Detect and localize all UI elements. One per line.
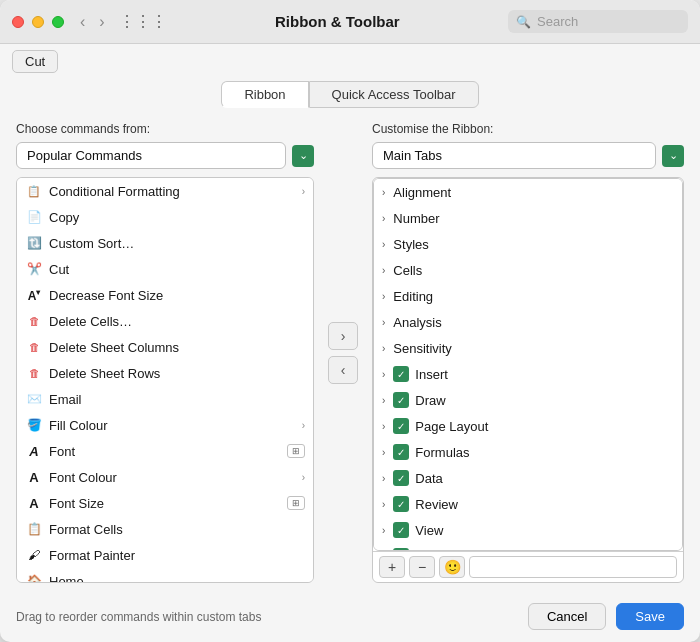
item-label-12: Font Size: [49, 496, 281, 511]
list-item[interactable]: ✉️ Email: [17, 386, 313, 412]
item-icon-3: ✂️: [25, 260, 43, 278]
item-icon-5: 🗑: [25, 312, 43, 330]
checkbox-checked-icon: ✓: [393, 392, 409, 408]
right-list-item[interactable]: › Analysis: [374, 309, 682, 335]
item-icon-13: 📋: [25, 520, 43, 538]
right-list-item[interactable]: › Styles: [374, 231, 682, 257]
submenu-arrow-icon: ›: [302, 472, 305, 483]
back-button[interactable]: ‹: [76, 11, 89, 33]
right-list-item[interactable]: › Alignment: [374, 179, 682, 205]
list-item[interactable]: 📋 Conditional Formatting ›: [17, 178, 313, 204]
right-list-panel: › Alignment › Number › Styles › Cells › …: [373, 178, 683, 551]
chevron-icon: ›: [382, 239, 385, 250]
right-list-container: › Alignment › Number › Styles › Cells › …: [372, 177, 684, 583]
right-list-item[interactable]: › ✓ Data: [374, 465, 682, 491]
expand-icon: ⊞: [287, 444, 305, 458]
left-list-panel: 📋 Conditional Formatting › 📄 Copy 🔃 Cust…: [16, 177, 314, 583]
item-label-14: Format Painter: [49, 548, 305, 563]
left-dropdown-arrow[interactable]: ⌄: [292, 145, 314, 167]
list-item[interactable]: 📄 Copy: [17, 204, 313, 230]
list-item[interactable]: 🗑 Delete Cells…: [17, 308, 313, 334]
list-item[interactable]: ✂️ Cut: [17, 256, 313, 282]
left-dropdown[interactable]: Popular Commands: [16, 142, 286, 169]
item-label-0: Conditional Formatting: [49, 184, 296, 199]
item-icon-2: 🔃: [25, 234, 43, 252]
list-item[interactable]: A Font Size ⊞: [17, 490, 313, 516]
footer: Drag to reorder commands within custom t…: [0, 597, 700, 642]
list-item[interactable]: 🗑 Delete Sheet Columns: [17, 334, 313, 360]
list-item[interactable]: 🗑 Delete Sheet Rows: [17, 360, 313, 386]
list-item[interactable]: 📋 Format Cells: [17, 516, 313, 542]
item-icon-9: 🪣: [25, 416, 43, 434]
list-item[interactable]: A Font Colour ›: [17, 464, 313, 490]
right-item-label: Data: [415, 471, 442, 486]
list-item[interactable]: 🖌 Format Painter: [17, 542, 313, 568]
right-list-item[interactable]: › ✓ Insert: [374, 361, 682, 387]
item-icon-6: 🗑: [25, 338, 43, 356]
right-list-item[interactable]: › ✓ Draw: [374, 387, 682, 413]
cancel-button[interactable]: Cancel: [528, 603, 606, 630]
chevron-icon: ›: [382, 213, 385, 224]
submenu-arrow-icon: ›: [302, 420, 305, 431]
right-list-item[interactable]: › ✓ Developer: [374, 543, 682, 551]
item-label-3: Cut: [49, 262, 305, 277]
window-title: Ribbon & Toolbar: [167, 13, 508, 30]
right-list-item[interactable]: › Sensitivity: [374, 335, 682, 361]
remove-from-ribbon-button[interactable]: ‹: [328, 356, 358, 384]
nav-buttons: ‹ ›: [76, 11, 109, 33]
right-dropdown-arrow[interactable]: ⌄: [662, 145, 684, 167]
right-list-item[interactable]: › Cells: [374, 257, 682, 283]
checkbox-checked-icon: ✓: [393, 496, 409, 512]
right-item-label: Sensitivity: [393, 341, 452, 356]
maximize-button[interactable]: [52, 16, 64, 28]
cut-button[interactable]: Cut: [12, 50, 58, 73]
right-list-item[interactable]: › Number: [374, 205, 682, 231]
save-button[interactable]: Save: [616, 603, 684, 630]
right-panel-label: Customise the Ribbon:: [372, 122, 684, 136]
emoji-button[interactable]: 🙂: [439, 556, 465, 578]
right-item-label: Alignment: [393, 185, 451, 200]
right-dropdown[interactable]: Main Tabs: [372, 142, 656, 169]
right-item-label: Styles: [393, 237, 428, 252]
list-item[interactable]: 🪣 Fill Colour ›: [17, 412, 313, 438]
right-list-item[interactable]: › ✓ Page Layout: [374, 413, 682, 439]
submenu-arrow-icon: ›: [302, 186, 305, 197]
item-label-9: Fill Colour: [49, 418, 296, 433]
item-label-15: Home…: [49, 574, 305, 584]
left-panel-label: Choose commands from:: [16, 122, 314, 136]
checkbox-checked-icon: ✓: [393, 444, 409, 460]
right-list-item[interactable]: › ✓ View: [374, 517, 682, 543]
right-list-item[interactable]: › ✓ Formulas: [374, 439, 682, 465]
right-list-item[interactable]: › ✓ Review: [374, 491, 682, 517]
close-button[interactable]: [12, 16, 24, 28]
tab-quick-access[interactable]: Quick Access Toolbar: [309, 81, 479, 108]
minimize-button[interactable]: [32, 16, 44, 28]
add-tab-button[interactable]: +: [379, 556, 405, 578]
chevron-icon: ›: [382, 473, 385, 484]
right-item-label: Editing: [393, 289, 433, 304]
left-dropdown-row: Popular Commands ⌄: [16, 142, 314, 169]
tab-name-input[interactable]: [469, 556, 677, 578]
chevron-icon: ›: [382, 395, 385, 406]
search-input[interactable]: [537, 14, 677, 29]
right-bottom-toolbar: + − 🙂: [373, 551, 683, 582]
search-box[interactable]: 🔍: [508, 10, 688, 33]
chevron-icon: ›: [382, 187, 385, 198]
chevron-icon: ›: [382, 369, 385, 380]
forward-button[interactable]: ›: [95, 11, 108, 33]
add-to-ribbon-button[interactable]: ›: [328, 322, 358, 350]
item-label-6: Delete Sheet Columns: [49, 340, 305, 355]
checkbox-checked-icon: ✓: [393, 522, 409, 538]
item-icon-1: 📄: [25, 208, 43, 226]
list-item[interactable]: 🔃 Custom Sort…: [17, 230, 313, 256]
grid-icon[interactable]: ⋮⋮⋮: [119, 12, 167, 31]
tab-ribbon[interactable]: Ribbon: [221, 81, 308, 108]
list-item[interactable]: 🏠 Home…: [17, 568, 313, 583]
item-icon-15: 🏠: [25, 572, 43, 583]
remove-tab-button[interactable]: −: [409, 556, 435, 578]
left-panel: Choose commands from: Popular Commands ⌄…: [16, 122, 314, 583]
toolbar-row: Cut: [0, 44, 700, 73]
list-item[interactable]: A Font ⊞: [17, 438, 313, 464]
list-item[interactable]: A▾ Decrease Font Size: [17, 282, 313, 308]
right-list-item[interactable]: › Editing: [374, 283, 682, 309]
